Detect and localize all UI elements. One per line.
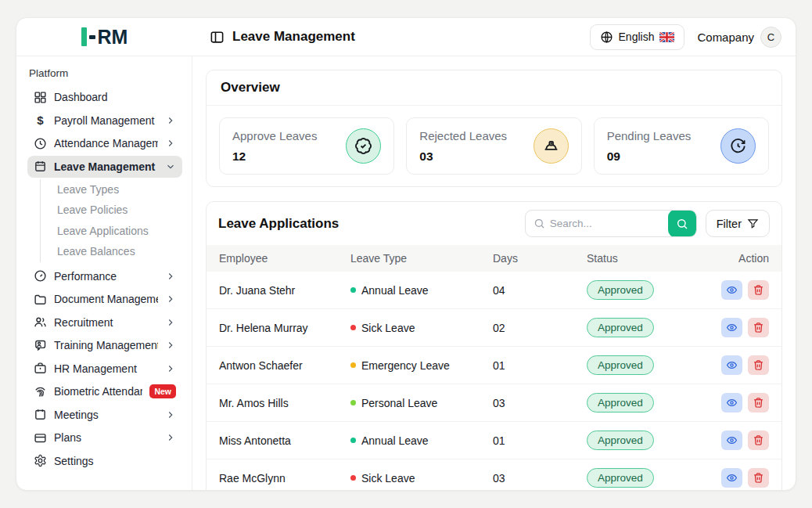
stat-value: 09	[607, 150, 692, 164]
stat-card-approved-leaves: Approve Leaves 12	[219, 117, 394, 175]
sidebar-item-leave-management[interactable]: Leave Management	[27, 156, 182, 178]
status-badge: Approved	[587, 431, 654, 450]
sidebar-item-recruitment[interactable]: Recruitment	[27, 312, 182, 333]
company-menu[interactable]: Comapany C	[697, 27, 781, 48]
status-badge: Approved	[587, 468, 654, 488]
leave-type-dot	[350, 438, 356, 443]
delete-button[interactable]	[748, 280, 769, 300]
sidebar-subitem-leave-applications[interactable]: Leave Applications	[57, 221, 182, 242]
sidebar-item-label: Dashboard	[54, 91, 176, 103]
sidebar-item-document-management[interactable]: Document Management	[27, 288, 182, 310]
delete-button[interactable]	[748, 431, 769, 450]
language-selector[interactable]: English	[590, 24, 685, 50]
employee-name: Miss Antonetta	[207, 422, 350, 459]
filter-label: Filter	[717, 218, 742, 230]
leave-type-label: Emergency Leave	[361, 359, 450, 372]
sidebar-item-label: Meetings	[54, 409, 158, 421]
sidebar-item-biometric-attendance[interactable]: Biometric Attendance New	[27, 380, 182, 402]
stat-card-rejected-leaves: Rejected Leaves 03	[406, 117, 581, 175]
sidebar-item-label: Attendance Management	[54, 137, 158, 150]
sidebar-item-attendance-management[interactable]: Attendance Management	[27, 132, 182, 154]
chevron-right-icon	[165, 317, 176, 328]
table-row: Dr. Juana StehrAnnual Leave04Approved	[207, 272, 781, 309]
days-value: 03	[493, 384, 587, 422]
chevron-right-icon	[165, 138, 176, 149]
view-button[interactable]	[721, 468, 742, 488]
language-label: English	[619, 31, 655, 43]
funnel-icon	[747, 218, 759, 229]
search-button[interactable]	[668, 210, 696, 237]
gauge-icon	[34, 269, 47, 283]
sidebar-item-training-management[interactable]: Training Management	[27, 334, 182, 356]
leave-type-label: Annual Leave	[361, 434, 429, 447]
sidebar-subitem-leave-types[interactable]: Leave Types	[57, 179, 182, 200]
leave-type-dot	[350, 287, 356, 293]
days-value: 01	[493, 347, 587, 384]
filter-button[interactable]: Filter	[706, 210, 770, 237]
column-header-days: Days	[493, 245, 587, 272]
stat-card-pending-leaves: Pending Leaves 09	[594, 117, 769, 175]
status-badge: Approved	[587, 393, 654, 413]
credit-card-icon	[34, 431, 47, 445]
search-input[interactable]	[550, 218, 668, 229]
sidebar-subitem-leave-balances[interactable]: Leave Balances	[57, 241, 182, 262]
page-title: Leave Management	[232, 29, 355, 45]
column-header-employee: Employee	[207, 245, 350, 272]
sidebar-item-label: Plans	[54, 431, 158, 444]
sidebar-item-label: Biometric Attendance	[54, 385, 142, 398]
users-icon	[34, 315, 47, 329]
view-button[interactable]	[721, 318, 742, 337]
view-button[interactable]	[721, 431, 742, 450]
sidebar-toggle-icon[interactable]	[210, 30, 225, 45]
overview-title: Overview	[221, 80, 280, 95]
view-button[interactable]	[721, 393, 742, 413]
logo-accent-bar	[81, 27, 87, 46]
sidebar-item-label: Document Management	[54, 293, 158, 305]
delete-button[interactable]	[748, 468, 769, 488]
delete-button[interactable]	[748, 355, 769, 375]
leave-type-dot	[350, 475, 356, 481]
delete-button[interactable]	[748, 393, 769, 413]
sidebar-item-plans[interactable]: Plans	[27, 427, 182, 449]
chevron-right-icon	[165, 115, 176, 126]
sidebar-item-payroll-management[interactable]: $ Payroll Management	[27, 110, 182, 132]
briefcase-icon	[34, 362, 47, 375]
sidebar: Platform Dashboard $ Payroll Management …	[16, 56, 192, 490]
top-header: RM Leave Management English	[16, 18, 796, 56]
calendar-icon	[34, 160, 47, 173]
stat-label: Approve Leaves	[232, 129, 317, 142]
dollar-icon: $	[34, 113, 47, 127]
employee-name: Dr. Juana Stehr	[207, 272, 350, 309]
overview-panel: Overview Approve Leaves 12 Rejected	[206, 70, 782, 187]
table-header-row: Employee Leave Type Days Status Action	[207, 245, 781, 272]
sidebar-item-performance[interactable]: Performance	[27, 265, 182, 287]
sidebar-item-label: Payroll Management	[54, 114, 158, 127]
status-badge: Approved	[587, 355, 654, 375]
chevron-down-icon	[165, 161, 176, 172]
stat-value: 03	[419, 150, 507, 164]
leave-type-dot	[350, 325, 356, 330]
search-icon	[534, 218, 545, 229]
sidebar-subitem-leave-policies[interactable]: Leave Policies	[57, 200, 182, 221]
grid-icon	[34, 91, 47, 104]
sidebar-item-label: Settings	[54, 455, 176, 467]
chevron-right-icon	[165, 363, 176, 374]
view-button[interactable]	[721, 355, 742, 375]
stat-value: 12	[232, 150, 317, 164]
fingerprint-icon	[34, 385, 47, 398]
hrm-logo[interactable]: RM	[81, 27, 128, 47]
sidebar-item-meetings[interactable]: Meetings	[27, 404, 182, 426]
sidebar-item-hr-management[interactable]: HR Management	[27, 358, 182, 380]
leave-type-label: Annual Leave	[361, 284, 429, 297]
view-button[interactable]	[721, 280, 742, 300]
chevron-right-icon	[165, 432, 176, 443]
sidebar-item-dashboard[interactable]: Dashboard	[27, 86, 182, 108]
leave-applications-title: Leave Applications	[218, 216, 516, 232]
leave-type-dot	[350, 362, 356, 368]
sidebar-item-label: HR Management	[54, 362, 158, 375]
leave-type-label: Sick Leave	[361, 322, 415, 334]
clock-refresh-icon	[720, 128, 756, 164]
logo-dash	[89, 35, 95, 39]
delete-button[interactable]	[748, 318, 769, 337]
sidebar-item-settings[interactable]: Settings	[27, 450, 182, 472]
